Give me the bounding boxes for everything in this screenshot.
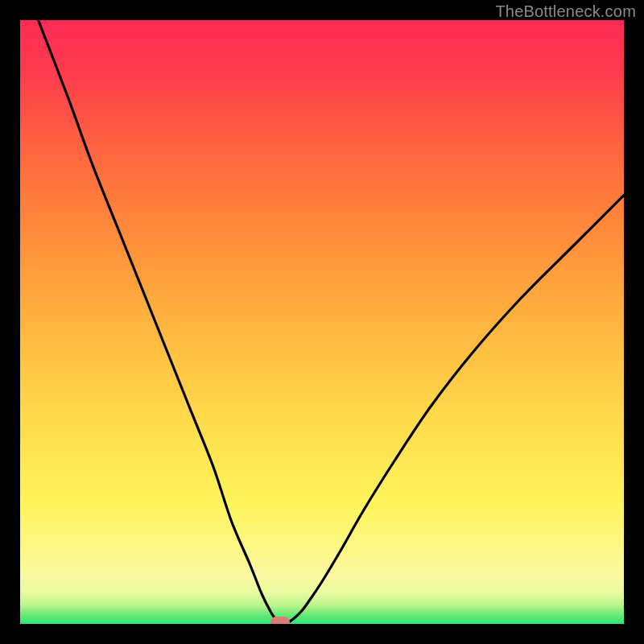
curve-path	[39, 20, 625, 624]
plot-area	[20, 20, 624, 624]
bottleneck-curve	[20, 20, 624, 624]
optimal-marker	[270, 617, 290, 624]
chart-frame: TheBottleneck.com	[0, 0, 644, 644]
watermark-text: TheBottleneck.com	[495, 2, 636, 21]
